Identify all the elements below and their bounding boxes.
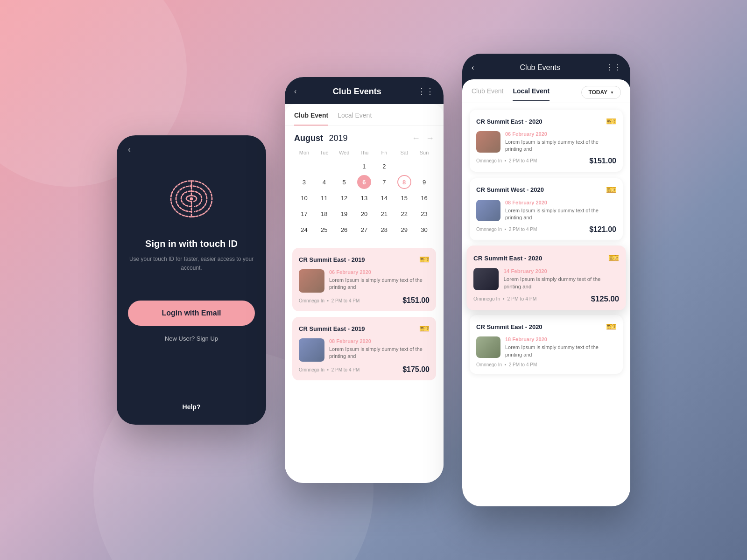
cal-day-empty — [297, 159, 311, 173]
cal-day-2[interactable]: 2 — [377, 159, 391, 173]
tab-club-event[interactable]: Club Event — [294, 112, 328, 126]
phone3-event4-image — [476, 336, 500, 358]
back-button[interactable]: ‹ — [128, 145, 131, 154]
phone3-content: Club Event Local Event TODAY CR Summit E… — [462, 79, 630, 506]
phone2-tabs: Club Event Local Event — [285, 104, 444, 126]
phone3-event3-location: Omnnego In • 2 PM to 4 PM — [473, 296, 536, 301]
help-link[interactable]: Help? — [183, 403, 201, 411]
phone3-tab-club-event[interactable]: Club Event — [472, 87, 503, 101]
phone3-event-card-4[interactable]: CR Summit East - 2020 🎫 18 February 2020… — [470, 315, 623, 374]
event1-date: 06 February 2020 — [329, 269, 430, 275]
cal-day-5[interactable]: 5 — [337, 175, 351, 189]
phone3-events-list: CR Summit East - 2020 🎫 06 February 2020… — [462, 103, 630, 380]
phone3-event4-location: Omnnego In • 2 PM to 4 PM — [476, 362, 537, 367]
today-dropdown[interactable]: TODAY — [581, 86, 621, 99]
phone3-event1-title: CR Summit East - 2020 — [476, 118, 543, 125]
event2-title: CR Summit East - 2019 — [299, 325, 365, 332]
cal-day-22[interactable]: 22 — [397, 207, 411, 221]
phone3-ticket-icon-3: 🎫 — [608, 252, 619, 263]
cal-day-17[interactable]: 17 — [297, 207, 311, 221]
cal-day-19[interactable]: 19 — [337, 207, 351, 221]
phone3-event2-price: $121.00 — [589, 225, 616, 234]
phone2-event-card-2[interactable]: CR Summit East - 2019 🎫 08 February 2020… — [292, 317, 436, 380]
cal-day-empty — [317, 159, 331, 173]
cal-day-20[interactable]: 20 — [357, 207, 371, 221]
ticket-icon-2: 🎫 — [419, 323, 430, 334]
cal-day-6[interactable]: 6 — [357, 175, 371, 189]
cal-day-26[interactable]: 26 — [337, 223, 351, 237]
cal-day-7[interactable]: 7 — [377, 175, 391, 189]
cal-day-empty — [417, 159, 431, 173]
cal-day-21[interactable]: 21 — [377, 207, 391, 221]
day-wed: Wed — [334, 150, 354, 155]
cal-day-28[interactable]: 28 — [377, 223, 391, 237]
phone2-content: Club Event Local Event August 2019 ← → — [285, 104, 444, 483]
phone3-back-button[interactable]: ‹ — [472, 63, 474, 72]
day-sat: Sat — [394, 150, 414, 155]
phone3-event2-image — [476, 200, 500, 221]
phone2-back-button[interactable]: ‹ — [294, 87, 296, 96]
cal-day-16[interactable]: 16 — [417, 191, 431, 205]
phone3-tabs: Club Event Local Event TODAY — [462, 79, 630, 103]
day-sun: Sun — [414, 150, 434, 155]
phone3-event2-desc: Lorem Ipsum is simply dummy text of the … — [505, 207, 616, 222]
login-email-button[interactable]: Login with Email — [128, 301, 255, 326]
cal-day-4[interactable]: 4 — [317, 175, 331, 189]
cal-day-12[interactable]: 12 — [337, 191, 351, 205]
calendar-section: August 2019 ← → Mon Tue Wed Thu Fri — [285, 126, 444, 244]
phone2-title: Club Events — [333, 87, 381, 97]
cal-day-15[interactable]: 15 — [397, 191, 411, 205]
day-tue: Tue — [314, 150, 334, 155]
cal-day-24[interactable]: 24 — [297, 223, 311, 237]
cal-day-empty — [337, 159, 351, 173]
new-user-link[interactable]: New User? Sign Up — [165, 335, 218, 342]
cal-day-27[interactable]: 27 — [357, 223, 371, 237]
phone3-event2-title: CR Summit West - 2020 — [476, 186, 544, 193]
fingerprint-icon[interactable] — [166, 173, 217, 224]
ticket-icon-1: 🎫 — [419, 254, 430, 265]
phone3-ticket-icon-4: 🎫 — [606, 322, 616, 332]
phone2-menu-icon[interactable]: ⋮⋮ — [417, 86, 434, 97]
phone3-event-card-3[interactable]: CR Summit East - 2020 🎫 14 February 2020… — [466, 245, 626, 310]
cal-day-3[interactable]: 3 — [297, 175, 311, 189]
phone3-ticket-icon-2: 🎫 — [606, 185, 616, 195]
phone3-event3-date: 14 February 2020 — [503, 268, 619, 273]
phone3-event3-desc: Lorem Ipsum is simply dummy text of the … — [503, 275, 619, 290]
calendar-phone: ‹ Club Events ⋮⋮ Club Event Local Event … — [285, 77, 444, 483]
phone2-event-card-1[interactable]: CR Summit East - 2019 🎫 06 February 2020… — [292, 248, 436, 311]
phone3-event2-location: Omnnego In • 2 PM to 4 PM — [476, 227, 537, 232]
sign-in-subtitle: Use your touch ID for faster, easier acc… — [128, 255, 255, 273]
phone3-event4-title: CR Summit East - 2020 — [476, 323, 543, 330]
cal-day-9[interactable]: 9 — [417, 175, 431, 189]
cal-day-8[interactable]: 8 — [397, 175, 411, 189]
phone3-menu-icon[interactable]: ⋮⋮ — [606, 63, 621, 72]
calendar-days-header: Mon Tue Wed Thu Fri Sat Sun — [294, 150, 434, 155]
cal-day-13[interactable]: 13 — [357, 191, 371, 205]
cal-day-30[interactable]: 30 — [417, 223, 431, 237]
cal-day-10[interactable]: 10 — [297, 191, 311, 205]
cal-day-23[interactable]: 23 — [417, 207, 431, 221]
cal-day-empty — [397, 159, 411, 173]
phone3-event1-price: $151.00 — [589, 157, 616, 165]
cal-day-1[interactable]: 1 — [357, 159, 371, 173]
cal-day-18[interactable]: 18 — [317, 207, 331, 221]
phone3-tab-local-event[interactable]: Local Event — [513, 87, 550, 101]
login-phone: ‹ Sign in with touch ID Use your touc — [117, 135, 266, 425]
phone3-event1-desc: Lorem Ipsum is simply dummy text of the … — [505, 139, 616, 153]
phone3-ticket-icon-1: 🎫 — [606, 116, 616, 126]
event2-image — [299, 338, 324, 362]
tab-local-event[interactable]: Local Event — [338, 112, 372, 126]
phone2-header: ‹ Club Events ⋮⋮ — [285, 77, 444, 104]
cal-day-25[interactable]: 25 — [317, 223, 331, 237]
cal-next-button[interactable]: → — [426, 133, 434, 143]
phone3-event-card-1[interactable]: CR Summit East - 2020 🎫 06 February 2020… — [470, 110, 623, 172]
cal-day-11[interactable]: 11 — [317, 191, 331, 205]
phone3-event-card-2[interactable]: CR Summit West - 2020 🎫 08 February 2020… — [470, 178, 623, 240]
event1-desc: Lorem Ipsum is simply dummy text of the … — [329, 277, 430, 291]
calendar-year: 2019 — [329, 133, 347, 143]
cal-day-14[interactable]: 14 — [377, 191, 391, 205]
events-list-phone: ‹ Club Events ⋮⋮ Club Event Local Event … — [462, 54, 630, 506]
cal-prev-button[interactable]: ← — [412, 133, 420, 143]
svg-point-0 — [190, 197, 193, 201]
cal-day-29[interactable]: 29 — [397, 223, 411, 237]
